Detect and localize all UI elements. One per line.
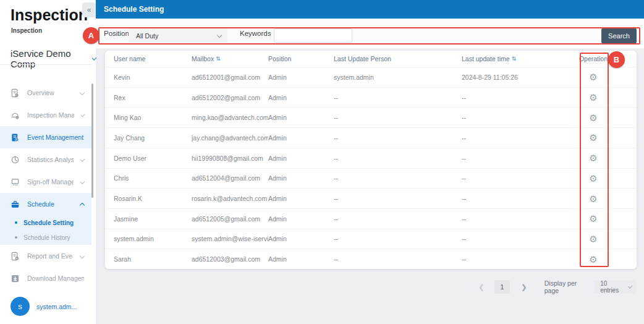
company-selector[interactable]: iService Demo Comp bbox=[11, 48, 96, 69]
report-and-event-icon bbox=[10, 251, 20, 261]
settings-gear-icon[interactable]: ⚙ bbox=[589, 153, 597, 163]
chevron-down-icon bbox=[80, 254, 85, 258]
user-profile[interactable]: s system.adm... bbox=[11, 297, 77, 316]
search-button[interactable]: Search bbox=[601, 28, 637, 43]
sidebar-item-schedule[interactable]: Schedule bbox=[0, 193, 91, 215]
column-header-position: Position bbox=[268, 55, 334, 62]
pagination: ❮ 1 ❯ Display per page 10 entries bbox=[476, 279, 637, 294]
cell-mailbox: rosarin.k@advantech.com bbox=[192, 195, 268, 202]
keywords-input[interactable] bbox=[274, 28, 352, 43]
cell-user-name: Kevin bbox=[105, 74, 192, 81]
entries-per-page-select[interactable]: 10 entries bbox=[594, 280, 637, 294]
cell-mailbox: system.admin@wise-iservice.com bbox=[192, 235, 268, 242]
inspection-management-icon bbox=[10, 110, 20, 120]
column-header-label: Last update time bbox=[462, 55, 510, 62]
settings-gear-icon[interactable]: ⚙ bbox=[589, 255, 597, 264]
chevron-down-icon bbox=[80, 90, 85, 95]
settings-gear-icon[interactable]: ⚙ bbox=[589, 133, 597, 142]
cell-position: Admin bbox=[268, 195, 334, 202]
sidebar-item-inspection-management[interactable]: Inspection Management bbox=[0, 104, 91, 126]
cell-user-name: Jasmine bbox=[105, 215, 192, 223]
next-page-icon[interactable]: ❯ bbox=[519, 283, 530, 291]
table-row: Chris ad6512004@gmail.com Admin -- -- ⚙ bbox=[105, 168, 637, 189]
sidebar-item-sign-off-management[interactable]: Sign-off Management bbox=[0, 171, 91, 193]
schedule-icon bbox=[10, 199, 20, 209]
column-header-mailbox: Mailbox ⇅ bbox=[192, 55, 268, 62]
cell-last-update-time: -- bbox=[462, 94, 575, 101]
cell-last-update-time: -- bbox=[462, 114, 575, 121]
schedule-group: Schedule Schedule Setting Schedule Histo… bbox=[0, 193, 91, 245]
position-select[interactable]: All Duty bbox=[129, 28, 227, 43]
cell-mailbox: ad6512002@gmail.com bbox=[192, 94, 268, 101]
sidebar-item-overview[interactable]: Overview bbox=[0, 82, 91, 104]
sidebar-item-statistics-analysis[interactable]: Statistics Analysis bbox=[0, 148, 91, 171]
column-header-operation: Operation bbox=[575, 55, 612, 62]
cell-user-name: Jay Chang bbox=[105, 134, 192, 142]
filter-bar: Position All Duty Keywords Search bbox=[96, 19, 644, 48]
sidebar-collapse-button[interactable]: « bbox=[82, 2, 96, 17]
sidebar-scrollbar[interactable] bbox=[91, 83, 93, 198]
cell-position: Admin bbox=[268, 94, 334, 101]
table-body: Kevin ad6512001@gmail.com Admin system.a… bbox=[105, 67, 637, 269]
bullet-icon bbox=[15, 221, 17, 224]
cell-user-name: system.admin bbox=[105, 235, 192, 242]
cell-position: Admin bbox=[268, 155, 334, 162]
sidebar-item-event-management[interactable]: Event Management bbox=[0, 126, 91, 148]
cell-position: Admin bbox=[268, 174, 334, 182]
sidebar-item-label: Event Management bbox=[27, 134, 84, 141]
cell-last-update-person: -- bbox=[334, 195, 462, 202]
position-select-value: All Duty bbox=[136, 32, 158, 40]
cell-last-update-person: -- bbox=[334, 215, 462, 223]
cell-user-name: Rosarin.K bbox=[105, 195, 192, 202]
table-row: Ming Kao ming.kao@advantech.com.tw Admin… bbox=[105, 107, 637, 127]
avatar: s bbox=[11, 297, 30, 316]
cell-last-update-person: -- bbox=[334, 114, 462, 121]
sidebar-nav: Overview Inspection Management Event Man… bbox=[0, 82, 91, 289]
keywords-label: Keywords bbox=[240, 30, 271, 37]
sort-icon[interactable]: ⇅ bbox=[512, 56, 517, 62]
cell-last-update-person: system.admin bbox=[334, 74, 462, 81]
statistics-analysis-icon bbox=[10, 155, 20, 164]
settings-gear-icon[interactable]: ⚙ bbox=[589, 113, 597, 122]
settings-gear-icon[interactable]: ⚙ bbox=[589, 214, 597, 223]
user-name: system.adm... bbox=[36, 303, 77, 310]
cell-user-name: Ming Kao bbox=[105, 114, 192, 121]
settings-gear-icon[interactable]: ⚙ bbox=[589, 174, 597, 183]
settings-gear-icon[interactable]: ⚙ bbox=[589, 234, 597, 244]
page-number-button[interactable]: 1 bbox=[494, 280, 510, 294]
sidebar-item-label: Report and Event bbox=[27, 252, 73, 260]
chevron-down-icon bbox=[80, 179, 85, 184]
cell-position: Admin bbox=[268, 114, 334, 121]
chevron-down-icon bbox=[80, 157, 85, 162]
sidebar-item-report-and-event[interactable]: Report and Event bbox=[0, 245, 91, 267]
cell-last-update-person: -- bbox=[334, 94, 462, 101]
sidebar-subitem-label: Schedule History bbox=[23, 234, 70, 241]
settings-gear-icon[interactable]: ⚙ bbox=[589, 72, 597, 82]
sidebar-divider bbox=[0, 64, 91, 65]
cell-user-name: Sarah bbox=[105, 255, 192, 263]
sign-off-management-icon bbox=[10, 177, 20, 187]
previous-page-icon[interactable]: ❮ bbox=[476, 283, 487, 291]
cell-last-update-time: -- bbox=[462, 195, 575, 202]
table-row: Sarah ad6512003@gmail.com Admin -- -- ⚙ bbox=[105, 249, 637, 269]
sidebar-item-download-management[interactable]: Download Management bbox=[0, 267, 91, 289]
chevrons-left-icon: « bbox=[87, 6, 91, 14]
settings-gear-icon[interactable]: ⚙ bbox=[589, 194, 597, 203]
table-row: Rosarin.K rosarin.k@advantech.com Admin … bbox=[105, 188, 637, 208]
chevron-down-icon bbox=[627, 284, 632, 289]
sort-icon[interactable]: ⇅ bbox=[216, 56, 221, 62]
chevron-down-icon bbox=[217, 32, 222, 37]
sidebar-subitem-schedule-setting[interactable]: Schedule Setting bbox=[0, 215, 91, 230]
sidebar-subitem-schedule-history[interactable]: Schedule History bbox=[0, 230, 91, 245]
cell-last-update-time: -- bbox=[462, 235, 575, 242]
cell-last-update-person: -- bbox=[334, 235, 462, 242]
app-logo-subtitle: Inspection bbox=[11, 27, 42, 34]
settings-gear-icon[interactable]: ⚙ bbox=[589, 93, 597, 102]
cell-last-update-time: -- bbox=[462, 134, 575, 142]
sidebar-item-label: Schedule bbox=[27, 200, 73, 208]
cell-user-name: Demo User bbox=[105, 155, 192, 162]
cell-mailbox: ad6512003@gmail.com bbox=[192, 255, 268, 263]
cell-last-update-time: -- bbox=[462, 174, 575, 182]
cell-mailbox: ad6512005@gmail.com bbox=[192, 215, 268, 223]
cell-mailbox: ad6512004@gmail.com bbox=[192, 174, 268, 182]
